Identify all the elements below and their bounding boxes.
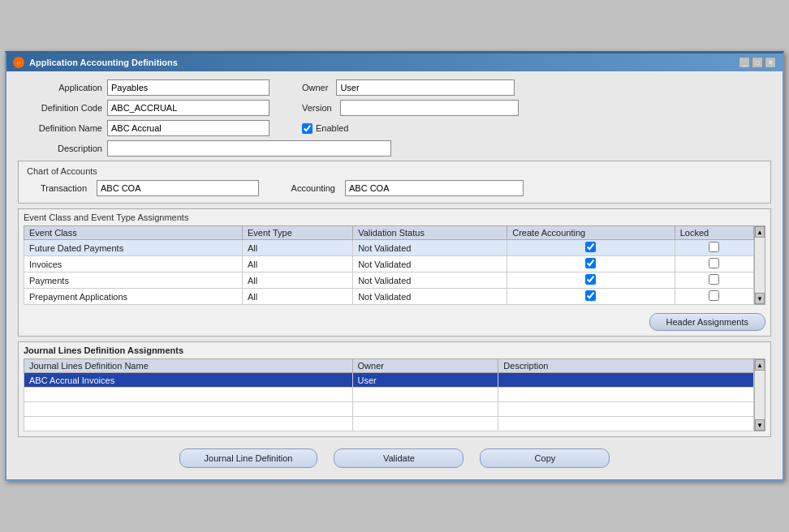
accounting-label: Accounting	[275, 183, 340, 193]
journal-desc-cell	[498, 388, 754, 402]
locked-cell[interactable]	[675, 272, 753, 289]
definition-code-row: Definition Code Version	[18, 100, 771, 116]
table-row[interactable]: Payments All Not Validated	[24, 272, 754, 289]
event-class-cell: Payments	[24, 272, 243, 289]
title-bar-left: ○ Application Accounting Definitions	[13, 57, 178, 68]
app-icon: ○	[13, 57, 24, 68]
table-row[interactable]: Invoices All Not Validated	[24, 256, 754, 272]
create-accounting-checkbox[interactable]	[585, 290, 596, 301]
transaction-label: Transaction	[27, 183, 92, 193]
event-table-container: Event Class Event Type Validation Status…	[24, 225, 765, 305]
journal-desc-cell	[498, 373, 754, 388]
title-bar: ○ Application Accounting Definitions _ □…	[6, 54, 783, 71]
owner-group: Owner	[302, 79, 515, 96]
version-input[interactable]	[340, 100, 519, 116]
owner-input[interactable]	[336, 79, 515, 96]
create-accounting-cell[interactable]	[507, 272, 675, 289]
journal-table-wrapper: Journal Lines Definition Name Owner Desc…	[24, 358, 754, 431]
minimize-button[interactable]: _	[739, 57, 750, 68]
accounting-input[interactable]	[345, 180, 524, 196]
locked-checkbox[interactable]	[709, 242, 719, 252]
journal-owner-cell	[352, 402, 498, 417]
close-button[interactable]: ✕	[765, 57, 776, 68]
definition-name-input[interactable]	[107, 120, 269, 136]
bottom-buttons: Journal Line Definition Validate Copy	[18, 444, 771, 471]
version-group: Version	[302, 100, 519, 116]
locked-checkbox[interactable]	[709, 258, 719, 268]
table-row[interactable]: Future Dated Payments All Not Validated	[24, 240, 754, 256]
copy-button[interactable]: Copy	[480, 448, 610, 468]
definition-code-input[interactable]	[107, 100, 269, 116]
locked-cell[interactable]	[675, 289, 753, 305]
event-type-cell: All	[243, 272, 353, 289]
create-accounting-checkbox[interactable]	[585, 242, 596, 252]
table-row[interactable]	[24, 417, 754, 431]
window-title: Application Accounting Definitions	[29, 58, 178, 67]
transaction-input[interactable]	[97, 180, 259, 196]
maximize-button[interactable]: □	[752, 57, 763, 68]
event-class-cell: Invoices	[24, 256, 243, 272]
scroll-track	[755, 238, 765, 293]
header-assignments-button[interactable]: Header Assignments	[649, 313, 766, 331]
journal-table: Journal Lines Definition Name Owner Desc…	[24, 358, 754, 431]
col-journal-name: Journal Lines Definition Name	[24, 359, 353, 373]
definition-name-row: Definition Name Enabled	[18, 120, 771, 136]
journal-owner-cell	[352, 388, 498, 402]
event-type-cell: All	[243, 256, 353, 272]
journal-line-definition-button[interactable]: Journal Line Definition	[179, 448, 318, 468]
journal-name-cell: ABC Accrual Invoices	[24, 373, 353, 388]
scroll-track	[755, 371, 765, 419]
version-label: Version	[302, 103, 335, 113]
enabled-checkbox[interactable]	[302, 123, 313, 134]
create-accounting-checkbox[interactable]	[585, 274, 596, 285]
main-window: ○ Application Accounting Definitions _ □…	[5, 51, 784, 481]
chart-of-accounts-section: Chart of Accounts Transaction Accounting	[18, 161, 771, 204]
transaction-field: Transaction	[27, 180, 259, 196]
journal-desc-cell	[498, 417, 754, 431]
scroll-up-arrow[interactable]: ▲	[755, 359, 765, 371]
validation-status-cell: Not Validated	[353, 272, 507, 289]
validation-status-cell: Not Validated	[353, 256, 507, 272]
col-event-class: Event Class	[24, 226, 243, 240]
event-type-cell: All	[243, 289, 353, 305]
journal-name-cell	[24, 417, 353, 431]
journal-name-cell	[24, 402, 353, 417]
create-accounting-checkbox[interactable]	[585, 258, 596, 268]
col-locked: Locked	[675, 226, 753, 240]
description-row: Description	[18, 140, 771, 157]
event-section-title: Event Class and Event Type Assignments	[24, 212, 765, 222]
event-table: Event Class Event Type Validation Status…	[24, 225, 754, 305]
col-description: Description	[498, 359, 754, 373]
enabled-checkbox-label[interactable]: Enabled	[302, 123, 348, 134]
header-assignments-btn-row: Header Assignments	[24, 308, 765, 331]
scroll-down-arrow[interactable]: ▼	[755, 293, 765, 304]
description-input[interactable]	[107, 140, 391, 157]
journal-section-title: Journal Lines Definition Assignments	[24, 345, 765, 355]
validation-status-cell: Not Validated	[353, 289, 507, 305]
create-accounting-cell[interactable]	[507, 240, 675, 256]
table-row[interactable]: ABC Accrual Invoices User	[24, 373, 754, 388]
scroll-down-arrow[interactable]: ▼	[755, 419, 765, 431]
create-accounting-cell[interactable]	[507, 256, 675, 272]
locked-checkbox[interactable]	[709, 290, 719, 301]
locked-cell[interactable]	[675, 240, 753, 256]
table-row[interactable]: Prepayment Applications All Not Validate…	[24, 289, 754, 305]
create-accounting-cell[interactable]	[507, 289, 675, 305]
enabled-group: Enabled	[302, 123, 348, 134]
event-type-cell: All	[243, 240, 353, 256]
journal-table-scrollbar[interactable]: ▲ ▼	[754, 358, 765, 431]
locked-checkbox[interactable]	[709, 274, 719, 285]
col-owner: Owner	[352, 359, 498, 373]
event-table-scrollbar[interactable]: ▲ ▼	[754, 225, 765, 305]
journal-table-header: Journal Lines Definition Name Owner Desc…	[24, 359, 754, 373]
col-validation-status: Validation Status	[353, 226, 507, 240]
locked-cell[interactable]	[675, 256, 753, 272]
definition-code-label: Definition Code	[18, 103, 107, 113]
validate-button[interactable]: Validate	[334, 448, 463, 468]
table-row[interactable]	[24, 388, 754, 402]
application-input[interactable]	[107, 79, 269, 96]
table-row[interactable]	[24, 402, 754, 417]
journal-owner-cell	[352, 417, 498, 431]
description-label: Description	[18, 144, 107, 153]
scroll-up-arrow[interactable]: ▲	[755, 226, 765, 238]
